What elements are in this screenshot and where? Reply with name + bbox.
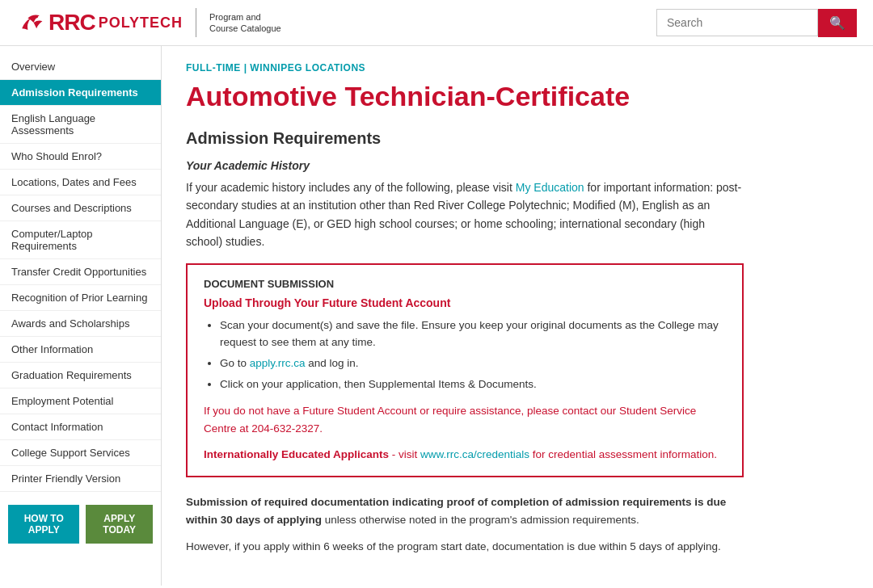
sidebar-item-locations[interactable]: Locations, Dates and Fees (0, 170, 161, 195)
sidebar-item-recognition[interactable]: Recognition of Prior Learning (0, 285, 161, 311)
sidebar-item-overview[interactable]: Overview (0, 54, 161, 80)
academic-history-subtitle: Your Academic History (186, 159, 744, 172)
sidebar-item-admission[interactable]: Admission Requirements (0, 80, 161, 106)
logo-divider (196, 8, 196, 37)
submission-text: Submission of required documentation ind… (186, 494, 744, 528)
doc-box-intl: Internationally Educated Applicants - vi… (204, 446, 726, 464)
apply-today-button[interactable]: APPLY TODAY (86, 505, 153, 544)
search-input[interactable] (656, 9, 818, 36)
doc-box-note: If you do not have a Future Student Acco… (204, 402, 726, 437)
however-text: However, if you apply within 6 weeks of … (186, 538, 744, 556)
academic-history-text: If your academic history includes any of… (186, 178, 744, 251)
doc-box-bullet-3: Click on your application, then Suppleme… (220, 376, 726, 393)
sidebar-buttons: HOW TO APPLY APPLY TODAY (0, 492, 161, 556)
sidebar-item-graduation[interactable]: Graduation Requirements (0, 363, 161, 388)
sidebar-item-english[interactable]: English Language Assessments (0, 106, 161, 144)
credentials-link[interactable]: www.rrc.ca/credentials (420, 448, 529, 460)
intl-text: - visit (389, 448, 420, 460)
sidebar-item-computer[interactable]: Computer/Laptop Requirements (0, 221, 161, 259)
my-education-link[interactable]: My Education (516, 181, 584, 194)
sidebar-item-courses[interactable]: Courses and Descriptions (0, 195, 161, 221)
section-heading: Admission Requirements (186, 129, 744, 148)
logo-text-rrc: RRC (48, 10, 95, 36)
sidebar-item-employment[interactable]: Employment Potential (0, 388, 161, 414)
document-submission-box: DOCUMENT SUBMISSION Upload Through Your … (186, 263, 744, 477)
doc-box-subtitle: Upload Through Your Future Student Accou… (204, 296, 726, 309)
sidebar-item-contact[interactable]: Contact Information (0, 414, 161, 440)
sidebar-item-who-enrol[interactable]: Who Should Enrol? (0, 144, 161, 170)
sidebar-item-transfer[interactable]: Transfer Credit Opportunities (0, 259, 161, 285)
search-button[interactable]: 🔍 (818, 9, 857, 37)
bird-icon (16, 8, 45, 37)
main-content: FULL-TIME | WINNIPEG LOCATIONS Automotiv… (162, 46, 768, 586)
doc-box-list: Scan your document(s) and save the file.… (220, 317, 726, 393)
header: RRC POLYTECH Program and Course Catalogu… (0, 0, 873, 46)
logo-text-polytech: POLYTECH (99, 15, 183, 32)
doc-box-bullet-2: Go to apply.rrc.ca and log in. (220, 355, 726, 372)
how-to-apply-button[interactable]: HOW TO APPLY (8, 505, 79, 544)
doc-box-bullet-1: Scan your document(s) and save the file.… (220, 317, 726, 351)
search-area: 🔍 (656, 9, 857, 37)
apply-rrc-link[interactable]: apply.rrc.ca (250, 357, 306, 369)
sidebar-item-awards[interactable]: Awards and Scholarships (0, 311, 161, 337)
doc-box-title: DOCUMENT SUBMISSION (204, 278, 726, 290)
logo-subtitle: Program and Course Catalogue (209, 11, 281, 35)
sidebar: Overview Admission Requirements English … (0, 46, 162, 586)
page-title: Automotive Technician-Certificate (186, 80, 744, 113)
breadcrumb: FULL-TIME | WINNIPEG LOCATIONS (186, 62, 744, 74)
intl-label: Internationally Educated Applicants (204, 448, 389, 460)
intl-text2: for credential assessment information. (529, 448, 717, 460)
logo-rrc: RRC POLYTECH (16, 8, 183, 37)
main-layout: Overview Admission Requirements English … (0, 46, 873, 586)
svg-point-0 (35, 15, 38, 19)
sidebar-item-other[interactable]: Other Information (0, 337, 161, 363)
sidebar-item-college-support[interactable]: College Support Services (0, 440, 161, 466)
logo-area: RRC POLYTECH Program and Course Catalogu… (16, 8, 281, 37)
sidebar-item-printer[interactable]: Printer Friendly Version (0, 466, 161, 492)
academic-history-text-1: If your academic history includes any of… (186, 181, 516, 194)
